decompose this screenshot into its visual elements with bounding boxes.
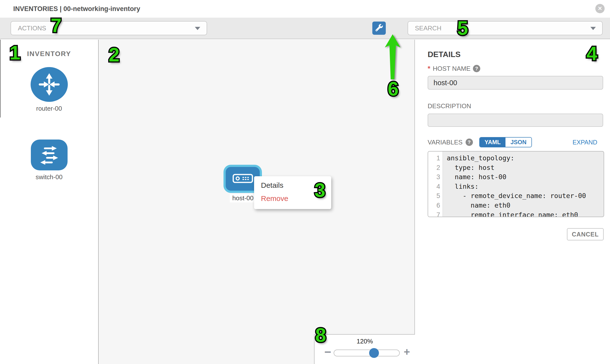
host-name-label-row: * HOST NAME ? (428, 65, 480, 72)
annotation-5: 5 (457, 17, 468, 39)
chevron-down-icon (590, 27, 596, 30)
description-label: DESCRIPTION (428, 102, 471, 110)
annotation-arrow-up-icon (382, 34, 403, 81)
expand-link[interactable]: EXPAND (572, 139, 597, 146)
zoom-level-value: 120% (314, 338, 415, 345)
zoom-slider-track[interactable] (334, 350, 400, 356)
annotation-1: 1 (10, 42, 21, 64)
details-panel: DETAILS * HOST NAME ? DESCRIPTION VARIAB… (415, 40, 610, 364)
zoom-out-icon[interactable]: − (324, 347, 331, 357)
close-icon[interactable]: ✕ (595, 4, 605, 13)
details-title: DETAILS (428, 50, 461, 59)
inventory-topology-app: INVENTORIES | 00-networking-inventory ✕ … (0, 0, 610, 364)
topology-canvas[interactable]: host-00 Details Remove 120% − + (99, 40, 415, 364)
router-label: router-00 (36, 105, 62, 112)
required-marker: * (428, 65, 430, 72)
switch-icon[interactable] (31, 140, 67, 170)
annotation-7: 7 (51, 14, 62, 37)
sidebar-item-switch: switch-00 (0, 140, 98, 181)
annotation-3: 3 (314, 179, 325, 201)
variables-label: VARIABLES (428, 139, 463, 146)
sidebar-item-router: router-00 (0, 67, 98, 112)
router-icon[interactable] (31, 67, 68, 102)
host-node-label: host-00 (230, 194, 256, 202)
zoom-slider-knob[interactable] (369, 348, 379, 358)
header: INVENTORIES | 00-networking-inventory ✕ (0, 0, 610, 18)
actions-dropdown[interactable]: ACTIONS (11, 21, 207, 35)
host-name-label: HOST NAME (433, 65, 470, 72)
annotation-8: 8 (315, 324, 326, 346)
zoom-in-icon[interactable]: + (404, 347, 410, 357)
close-x-glyph: ✕ (598, 5, 602, 12)
wrench-icon (376, 24, 383, 32)
variables-row: VARIABLES ? YAML JSON EXPAND (428, 137, 597, 147)
cancel-button[interactable]: CANCEL (567, 228, 604, 240)
sidebar-scrollbar[interactable] (0, 40, 1, 117)
variables-code-editor: 1 2 3 4 5 6 7 ansible_topology: type: ho… (428, 151, 604, 217)
json-tab[interactable]: JSON (506, 138, 531, 147)
description-field[interactable] (428, 114, 603, 127)
annotation-2: 2 (109, 44, 120, 66)
description-label-row: DESCRIPTION (428, 102, 471, 110)
actions-placeholder: ACTIONS (18, 25, 46, 32)
help-icon[interactable]: ? (473, 65, 480, 72)
host-icon (232, 173, 253, 184)
search-dropdown[interactable]: SEARCH (408, 21, 603, 35)
configure-tools-button[interactable] (372, 22, 386, 35)
search-placeholder: SEARCH (415, 25, 441, 32)
zoom-control-panel: 120% − + (314, 334, 415, 364)
host-name-field[interactable] (428, 76, 603, 90)
editor-code-area[interactable]: ansible_topology: type: host name: host-… (443, 152, 604, 217)
annotation-4: 4 (586, 42, 597, 65)
page-title: INVENTORIES | 00-networking-inventory (13, 5, 140, 13)
chevron-down-icon (195, 27, 200, 30)
annotation-6: 6 (388, 78, 399, 100)
switch-label: switch-00 (36, 173, 63, 181)
inventory-sidebar: INVENTORY router-00 (0, 40, 99, 364)
toolbar: ACTIONS SEARCH (0, 18, 610, 39)
yaml-tab[interactable]: YAML (480, 138, 506, 147)
editor-gutter: 1 2 3 4 5 6 7 (428, 152, 443, 217)
help-icon[interactable]: ? (466, 139, 473, 146)
variables-format-toggle: YAML JSON (479, 137, 532, 147)
